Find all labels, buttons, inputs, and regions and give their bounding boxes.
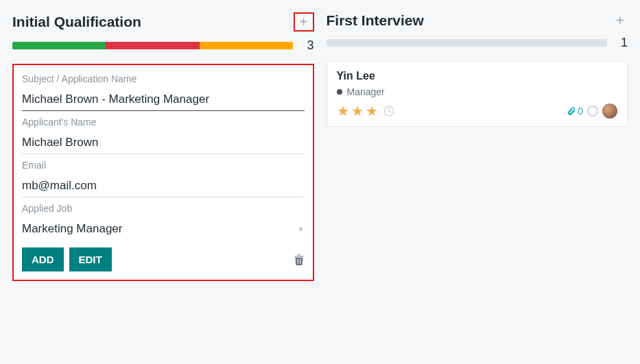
progress-row: 1 [327,36,628,50]
card-title: Yin Lee [337,70,618,82]
column-first-interview: First Interview + 1 Yin Lee Manager ★ ★ … [327,12,628,281]
label-email: Email [22,160,305,171]
card-footer-right: 0 [567,104,617,119]
card-footer: ★ ★ ★ 0 [337,103,618,119]
kanban-board: Initial Qualification + 3 Subject / Appl… [12,12,628,281]
plus-icon: + [300,14,308,30]
star-icon[interactable]: ★ [351,103,364,119]
column-initial-qualification: Initial Qualification + 3 Subject / Appl… [12,12,314,281]
progress-segment-green[interactable] [12,42,106,49]
applied-job-select[interactable]: Marketing Manager ▼ [22,218,305,241]
add-record-button[interactable]: + [613,13,628,28]
label-subject: Subject / Application Name [22,73,305,84]
column-title: Initial Qualification [12,14,141,30]
progress-bar[interactable] [327,39,608,47]
clock-icon [383,105,395,117]
card-subtitle-row: Manager [337,86,618,97]
add-button[interactable]: ADD [22,247,64,271]
status-dot-icon [337,89,342,95]
column-header: First Interview + [327,12,628,33]
progress-bar[interactable] [12,42,294,49]
edit-button[interactable]: EDIT [69,247,112,271]
label-job: Applied Job [22,203,305,214]
avatar[interactable] [602,104,617,119]
progress-segment-red[interactable] [106,42,199,49]
kanban-card[interactable]: Yin Lee Manager ★ ★ ★ 0 [327,61,628,127]
star-icon[interactable]: ★ [337,103,349,119]
form-actions: ADD EDIT [22,247,305,271]
progress-row: 3 [12,38,314,53]
column-title: First Interview [327,12,424,29]
activity-button[interactable] [383,105,395,117]
state-selector[interactable] [587,106,598,117]
trash-icon [294,254,305,266]
column-header: Initial Qualification + [12,12,314,36]
progress-segment-gray[interactable] [327,39,608,47]
paperclip-icon [567,106,576,117]
subject-input[interactable] [22,88,305,111]
add-record-button[interactable]: + [294,12,314,32]
column-count: 3 [303,38,314,53]
attachments-button[interactable]: 0 [567,106,583,117]
column-count: 1 [617,36,628,50]
applied-job-value: Marketing Manager [22,222,298,236]
quick-create-form: Subject / Application Name Applicant's N… [12,64,314,281]
progress-segment-orange[interactable] [200,42,294,49]
card-subtitle: Manager [347,86,385,97]
star-icon[interactable]: ★ [366,103,378,119]
discard-button[interactable] [294,254,305,266]
caret-down-icon: ▼ [298,226,305,233]
label-applicant: Applicant's Name [22,117,305,128]
email-input[interactable] [22,175,305,197]
applicant-input[interactable] [22,132,305,154]
plus-icon: + [616,13,624,29]
attachments-count: 0 [578,106,583,117]
